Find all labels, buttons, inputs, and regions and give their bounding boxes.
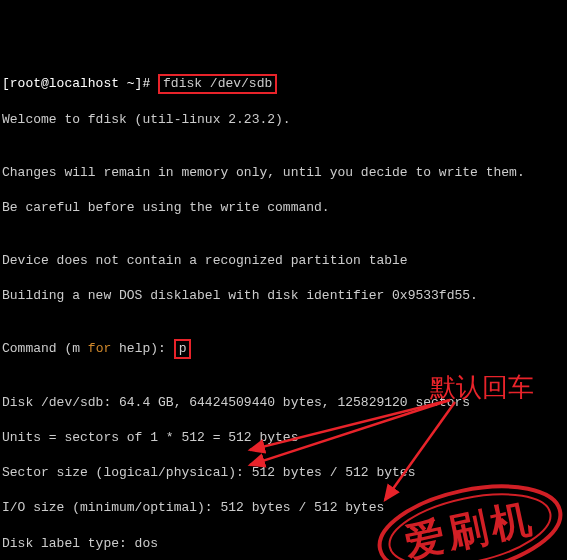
becareful-line: Be careful before using the write comman…	[2, 199, 565, 217]
secsize-line: Sector size (logical/physical): 512 byte…	[2, 464, 565, 482]
nodev-line: Device does not contain a recognized par…	[2, 252, 565, 270]
input-p-box: p	[174, 339, 192, 359]
svg-line-2	[385, 402, 455, 500]
mem-only-line: Changes will remain in memory only, unti…	[2, 164, 565, 182]
labeltype-line: Disk label type: dos	[2, 535, 565, 553]
units-line: Units = sectors of 1 * 512 = 512 bytes	[2, 429, 565, 447]
cmd-fdisk-box: fdisk /dev/sdb	[158, 74, 277, 94]
welcome-line: Welcome to fdisk (util-linux 2.23.2).	[2, 111, 565, 129]
prompt-line: [root@localhost ~]# fdisk /dev/sdb	[2, 74, 565, 94]
newlabel-line: Building a new DOS disklabel with disk i…	[2, 287, 565, 305]
diskinfo-line: Disk /dev/sdb: 64.4 GB, 64424509440 byte…	[2, 394, 565, 412]
cmd-help-p: Command (m for help): p	[2, 339, 565, 359]
iosize-line: I/O size (minimum/optimal): 512 bytes / …	[2, 499, 565, 517]
